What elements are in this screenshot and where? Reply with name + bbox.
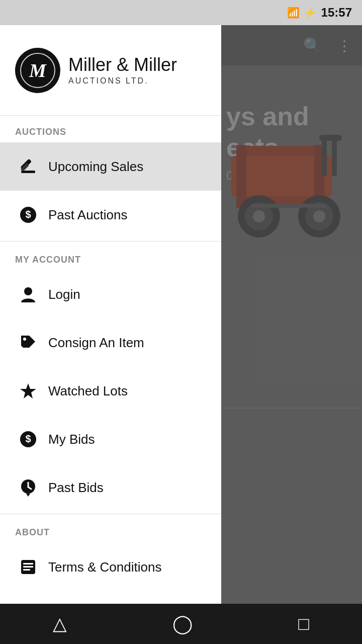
svg-rect-31 xyxy=(23,566,33,568)
past-bids-label: Past Bids xyxy=(48,480,104,496)
svg-text:$: $ xyxy=(25,209,31,220)
terms-conditions-label: Terms & Conditions xyxy=(48,559,161,575)
svg-text:M: M xyxy=(29,60,47,81)
svg-point-21 xyxy=(24,287,32,295)
sidebar-item-watched-lots[interactable]: Watched Lots xyxy=(0,367,221,415)
divider-account-about xyxy=(0,514,221,514)
dollar-circle-icon: $ xyxy=(15,202,41,228)
divider-auctions-account xyxy=(0,241,221,242)
logo-monogram: M xyxy=(15,48,60,93)
sidebar-item-my-bids[interactable]: $ My Bids xyxy=(0,415,221,463)
wifi-icon: 📶 xyxy=(287,7,300,19)
sidebar-item-login[interactable]: Login xyxy=(0,270,221,318)
sidebar-item-terms-conditions[interactable]: Terms & Conditions xyxy=(0,543,221,591)
login-label: Login xyxy=(48,287,80,302)
status-time: 15:57 xyxy=(321,6,352,20)
svg-rect-30 xyxy=(23,563,33,565)
list-icon xyxy=(15,554,41,580)
navigation-drawer: M Miller & Miller AUCTIONS LTD. AUCTIONS… xyxy=(0,25,221,644)
section-my-account-header: MY ACCOUNT xyxy=(0,244,221,270)
svg-point-22 xyxy=(23,338,26,341)
svg-text:$: $ xyxy=(25,433,31,444)
logo-subtitle: AUCTIONS LTD. xyxy=(68,76,177,86)
my-bids-icon: $ xyxy=(15,426,41,452)
back-button[interactable]: △ xyxy=(53,613,67,634)
logo-text: Miller & Miller AUCTIONS LTD. xyxy=(68,55,177,86)
svg-marker-23 xyxy=(20,383,36,398)
status-icons: 📶 ⚡ xyxy=(287,7,316,19)
drawer-overlay[interactable] xyxy=(221,25,362,644)
sidebar-item-past-bids[interactable]: Past Bids xyxy=(0,463,221,512)
status-bar: 📶 ⚡ 15:57 xyxy=(0,0,362,25)
sidebar-item-consign-item[interactable]: Consign An Item xyxy=(0,318,221,367)
my-bids-label: My Bids xyxy=(48,432,95,447)
sidebar-item-upcoming-sales[interactable]: Upcoming Sales xyxy=(0,142,221,191)
section-auctions-header: AUCTIONS xyxy=(0,116,221,142)
sidebar-item-past-auctions[interactable]: $ Past Auctions xyxy=(0,191,221,239)
logo-company-name: Miller & Miller xyxy=(68,55,177,75)
section-about-header: ABOUT xyxy=(0,516,221,543)
bottom-navigation: △ ◯ □ xyxy=(0,604,362,644)
person-icon xyxy=(15,281,41,307)
upcoming-sales-label: Upcoming Sales xyxy=(48,159,143,175)
clock-pin-icon xyxy=(15,474,41,501)
consign-item-label: Consign An Item xyxy=(48,335,144,351)
home-button[interactable]: ◯ xyxy=(172,613,193,634)
star-icon xyxy=(15,378,41,404)
drawer-logo: M Miller & Miller AUCTIONS LTD. xyxy=(0,25,221,116)
past-auctions-label: Past Auctions xyxy=(48,207,128,223)
svg-rect-32 xyxy=(23,569,30,571)
watched-lots-label: Watched Lots xyxy=(48,383,128,399)
battery-icon: ⚡ xyxy=(304,7,316,19)
recent-apps-button[interactable]: □ xyxy=(298,613,309,634)
tag-icon xyxy=(15,330,41,356)
gavel-icon xyxy=(15,153,41,180)
